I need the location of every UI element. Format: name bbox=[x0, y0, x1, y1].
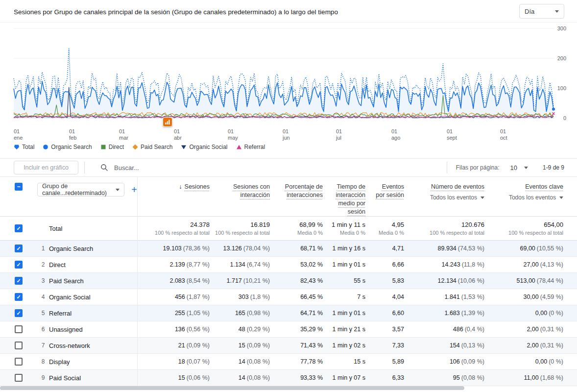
column-header-porcentaje[interactable]: Porcentaje de interacciones bbox=[270, 183, 323, 199]
metric-cell: 6,60 bbox=[365, 310, 404, 317]
metric-cell: 6,33 bbox=[365, 374, 404, 381]
channel-row-cross-network[interactable]: 7 Cross-network 21(0,09 %) 15(0,09 %) 71… bbox=[0, 338, 577, 354]
channel-name: Paid Social bbox=[49, 374, 137, 382]
interval-dropdown[interactable]: Día bbox=[519, 4, 564, 19]
row-index: 8 bbox=[37, 358, 49, 365]
svg-text:✕: ✕ bbox=[552, 111, 555, 116]
insight-bars-icon bbox=[165, 120, 170, 124]
row-checkbox[interactable] bbox=[15, 261, 23, 269]
column-header-eventos-clave[interactable]: Eventos clave Todos los eventos bbox=[484, 183, 563, 202]
legend-item-organic-social[interactable]: Organic Social bbox=[181, 144, 227, 150]
row-index: 4 bbox=[37, 294, 49, 300]
metric-cell: 303(1,8 %) bbox=[210, 294, 270, 300]
legend-item-direct[interactable]: Direct bbox=[100, 144, 124, 150]
dimension-area: Grupo de canale...redeterminado) bbox=[37, 183, 137, 196]
metric-cell: 1.841(1,53 %) bbox=[404, 294, 484, 300]
metric-cell: 11,00(1,68 %) bbox=[484, 374, 563, 381]
x-axis-tick: 01sept bbox=[447, 128, 457, 141]
caret-down-icon bbox=[116, 189, 120, 191]
search-input[interactable] bbox=[113, 164, 447, 172]
metric-cell: 1 min y 07 s bbox=[323, 374, 365, 381]
horizontal-scrollbar[interactable] bbox=[0, 386, 464, 390]
metric-cell: 24.378100 % respecto al total bbox=[137, 221, 210, 236]
metric-cell: 4,95Media 0 % bbox=[365, 221, 404, 236]
row-checkbox[interactable] bbox=[15, 245, 23, 252]
metric-cell: 71,43 % bbox=[270, 342, 323, 349]
metric-cell: 18(0,07 %) bbox=[137, 358, 210, 365]
caret-down-icon bbox=[481, 196, 484, 199]
row-checkbox[interactable] bbox=[15, 374, 23, 382]
row-checkbox[interactable] bbox=[15, 358, 23, 366]
column-header-eventos-sesion[interactable]: Eventos por sesión bbox=[365, 183, 404, 199]
event-filter-dropdown[interactable]: Todos los eventos bbox=[484, 194, 563, 202]
legend-item-paid-search[interactable]: Paid Search bbox=[132, 144, 172, 150]
metric-cell: 19.103(78,36 %) bbox=[137, 245, 210, 252]
total-checkbox[interactable] bbox=[15, 224, 23, 232]
row-checkbox[interactable] bbox=[15, 277, 23, 285]
event-filter-dropdown[interactable]: Todos los eventos bbox=[404, 194, 484, 202]
row-index: 3 bbox=[37, 277, 49, 284]
metric-cell: 6,66 bbox=[365, 261, 404, 268]
channel-row-organic-social[interactable]: 4 Organic Social 456(1,87 %) 303(1,8 %) … bbox=[0, 289, 577, 305]
metric-cell: 53,02 % bbox=[270, 261, 323, 268]
channel-row-unassigned[interactable]: 6 Unassigned 136(0,56 %) 48(0,29 %) 35,2… bbox=[0, 321, 577, 338]
metric-cell: 1 min y 02 s bbox=[323, 342, 365, 349]
select-all-checkbox[interactable] bbox=[15, 183, 23, 191]
legend-marker-triangle-down-icon bbox=[181, 144, 187, 150]
report-titlebar: Sesiones por Grupo de canales principal … bbox=[0, 0, 577, 23]
caret-down-icon bbox=[559, 196, 563, 199]
anomaly-insight-icon[interactable] bbox=[163, 117, 172, 127]
sort-descending-icon bbox=[179, 183, 182, 190]
metric-cell: 1.683(1,39 %) bbox=[404, 310, 484, 317]
channel-name: Direct bbox=[49, 261, 137, 269]
svg-text:300: 300 bbox=[557, 25, 566, 31]
metric-cell: 654,00100 % respecto al total bbox=[484, 221, 563, 236]
metric-cell: 1 min y 11 sMedia 0 % bbox=[323, 221, 365, 236]
pagination-range: 1-9 de 9 bbox=[543, 164, 564, 171]
column-divider bbox=[137, 177, 138, 386]
row-index: 7 bbox=[37, 342, 49, 349]
row-index: 5 bbox=[37, 310, 49, 317]
table-toolbar: Incluir en gráfico Filas por página: 10 … bbox=[0, 159, 577, 177]
caret-down-icon bbox=[555, 10, 559, 13]
include-in-chart-button[interactable]: Incluir en gráfico bbox=[14, 161, 78, 174]
channel-row-paid-search[interactable]: 3 Paid Search 2.083(8,54 %) 1.717(10,21 … bbox=[0, 273, 577, 289]
legend-marker-triangle-up-icon bbox=[236, 144, 242, 150]
metric-cell: 15(0,09 %) bbox=[210, 342, 270, 349]
metric-cell: 1 min y 16 s bbox=[323, 245, 365, 252]
channel-row-organic-search[interactable]: 1 Organic Search 19.103(78,36 %) 13.126(… bbox=[0, 241, 577, 257]
metric-cell: 13.126(78,04 %) bbox=[210, 245, 270, 252]
legend-item-referral[interactable]: Referral bbox=[236, 144, 265, 150]
column-header-sesiones-interaccion[interactable]: Sesiones con interacción bbox=[210, 183, 270, 199]
metric-cell: 93,33 % bbox=[270, 374, 323, 381]
metric-cell: 15(0,06 %) bbox=[137, 374, 210, 381]
metric-cell: 2.083(8,54 %) bbox=[137, 277, 210, 284]
x-axis-tick: 01ago bbox=[391, 128, 400, 141]
metric-cell: 165(0,98 %) bbox=[210, 310, 270, 317]
add-dimension-icon[interactable] bbox=[131, 185, 137, 195]
dimension-dropdown[interactable]: Grupo de canale...redeterminado) bbox=[37, 183, 124, 196]
rows-per-page-select[interactable]: 10 bbox=[510, 164, 528, 172]
channel-row-display[interactable]: 8 Display 18(0,07 %) 14(0,08 %) 77,78 % … bbox=[0, 354, 577, 370]
legend-item-total[interactable]: Total bbox=[14, 144, 34, 150]
channel-row-direct[interactable]: 2 Direct 2.139(8,77 %) 1.134(6,74 %) 53,… bbox=[0, 257, 577, 273]
column-header-tiempo[interactable]: Tiempo de interacción medio por sesión bbox=[323, 183, 365, 216]
metric-cell: 64,71 % bbox=[270, 310, 323, 317]
row-checkbox[interactable] bbox=[15, 293, 23, 301]
metric-cell: 486(0,4 %) bbox=[404, 326, 484, 333]
metric-cell: 89.934(74,53 %) bbox=[404, 245, 484, 252]
row-checkbox[interactable] bbox=[15, 309, 23, 317]
toolbar-divider bbox=[447, 162, 447, 173]
column-header-sesiones[interactable]: Sesiones bbox=[137, 183, 210, 191]
chart-legend: Total Organic Search Direct Paid Search … bbox=[14, 144, 265, 150]
row-checkbox[interactable] bbox=[15, 325, 23, 333]
channel-row-paid-social[interactable]: 9 Paid Social 15(0,06 %) 14(0,08 %) 93,3… bbox=[0, 370, 577, 386]
column-header-numero-eventos[interactable]: Número de eventos Todos los eventos bbox=[404, 183, 484, 202]
search-icon bbox=[100, 164, 108, 172]
channel-name: Unassigned bbox=[49, 326, 137, 333]
legend-item-organic-search[interactable]: Organic Search bbox=[43, 144, 92, 150]
metric-cell: 0,00(0 %) bbox=[484, 310, 563, 317]
channel-row-referral[interactable]: 5 Referral 255(1,05 %) 165(0,98 %) 64,71… bbox=[0, 305, 577, 321]
row-checkbox[interactable] bbox=[15, 342, 23, 349]
metric-cell: 14(0,08 %) bbox=[210, 358, 270, 365]
